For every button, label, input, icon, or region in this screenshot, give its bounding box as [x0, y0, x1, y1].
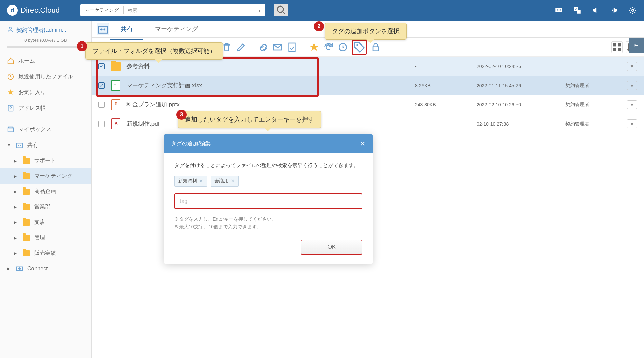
star-button[interactable] [309, 42, 320, 53]
nav-recent-label: 最近使用したファイル [18, 73, 73, 80]
nav-favorites-label: お気に入り [18, 89, 46, 96]
mail-icon[interactable] [272, 42, 283, 53]
svg-point-14 [10, 107, 12, 108]
row-menu-button[interactable]: ▼ [627, 62, 637, 71]
file-size: 8.26KB [415, 83, 477, 88]
request-icon[interactable] [286, 42, 297, 53]
collapse-panel-button[interactable]: ⇤ [629, 38, 644, 53]
svg-point-22 [100, 28, 103, 30]
file-row[interactable]: 新規制作.pdf 02-10 10:27:38 契約管理者 ▼ [92, 114, 644, 133]
row-checkbox[interactable] [98, 102, 105, 108]
tab-breadcrumb[interactable]: マーケティング [145, 22, 208, 36]
modal-footer: OK [164, 240, 373, 264]
caret-right-icon: ▶ [14, 205, 18, 209]
user-name[interactable]: 契約管理者(admini... [7, 26, 84, 34]
svg-rect-38 [613, 48, 616, 51]
modal-title: タグの追加/編集 [171, 140, 211, 148]
xlsx-icon [111, 80, 121, 91]
nav-connect[interactable]: ▶ Connect [0, 261, 91, 277]
row-checkbox[interactable]: ✓ [98, 63, 105, 69]
nav-list: ホーム 最近使用したファイル お気に入り アドレス帳 マイボックス [0, 50, 91, 279]
brand-text: DirectCloud [21, 6, 60, 15]
modal-close-button[interactable]: ✕ [360, 140, 366, 148]
nav-folder-branch[interactable]: ▶ 支店 [0, 215, 91, 230]
nav-folder-salesrec[interactable]: ▶ 販売実績 [0, 245, 91, 261]
file-name: 参考資料 [126, 62, 415, 70]
search-scope[interactable]: マーケティング [80, 6, 124, 14]
caret-right-icon: ▶ [14, 220, 18, 225]
file-list: ✓ 参考資料 - 2022-02-10 10:24:26 ▼ ✓ マーケティング… [92, 57, 644, 133]
folder-icon [23, 235, 30, 241]
chat-icon[interactable] [554, 6, 563, 15]
settings-icon[interactable] [628, 6, 637, 15]
folder-label: 管理 [34, 234, 45, 241]
nav-folder-sales[interactable]: ▶ 営業部 [0, 199, 91, 215]
nav-mybox-label: マイボックス [18, 126, 51, 133]
nav-addressbook[interactable]: アドレス帳 [0, 100, 91, 116]
file-row[interactable]: ✓ 参考資料 - 2022-02-10 10:24:26 ▼ [92, 57, 644, 76]
translate-icon[interactable]: A [573, 6, 582, 15]
nav-home[interactable]: ホーム [0, 53, 91, 69]
ok-button[interactable]: OK [301, 240, 362, 255]
star-icon [7, 89, 14, 96]
tag-modal: タグの追加/編集 ✕ タグを付けることによってファイルの整理や検索を素早く行うこ… [164, 134, 373, 264]
row-checkbox[interactable] [98, 121, 105, 127]
folder-icon [23, 219, 30, 226]
notify-icon[interactable] [610, 6, 619, 15]
remove-tag-icon[interactable]: ✕ [231, 178, 235, 184]
file-name: マーケティング実行計画.xlsx [126, 81, 415, 89]
search-dropdown-icon[interactable]: ▾ [255, 8, 265, 13]
search-input[interactable] [124, 8, 255, 13]
tag-input[interactable] [174, 193, 362, 209]
svg-point-3 [557, 9, 558, 10]
home-icon [7, 57, 14, 65]
svg-point-34 [356, 44, 358, 46]
file-row[interactable]: 料金プラン追加.pptx 243.30KB 2022-02-10 10:26:5… [92, 95, 644, 114]
link-icon[interactable] [258, 42, 269, 53]
folder-label: 営業部 [34, 203, 51, 210]
row-menu-button[interactable]: ▼ [627, 100, 637, 109]
nav-shared[interactable]: ▼ 共有 [0, 137, 91, 153]
nav-favorites[interactable]: お気に入り [0, 85, 91, 100]
nav-folder-admin[interactable]: ▶ 管理 [0, 230, 91, 245]
row-checkbox[interactable]: ✓ [98, 82, 105, 89]
nav-folder-marketing[interactable]: ▶ マーケティング [0, 168, 91, 184]
remove-tag-icon[interactable]: ✕ [199, 178, 203, 184]
callout-3: 追加したいタグを入力してエンターキーを押す [178, 111, 321, 128]
refresh-icon[interactable] [323, 42, 334, 53]
svg-rect-7 [577, 10, 581, 14]
nav-folder-product[interactable]: ▶ 商品企画 [0, 184, 91, 199]
modal-body: タグを付けることによってファイルの整理や検索を素早く行うことができます。 新規資… [164, 153, 373, 240]
svg-text:A: A [575, 7, 577, 11]
announce-icon[interactable] [591, 6, 600, 15]
nav-shared-label: 共有 [27, 142, 38, 149]
svg-line-1 [283, 12, 285, 15]
grid-view-button[interactable] [611, 41, 623, 53]
history-icon[interactable] [337, 42, 348, 53]
file-row[interactable]: ✓ マーケティング実行計画.xlsx 8.26KB 2022-01-11 15:… [92, 76, 644, 95]
tab-icon[interactable] [97, 23, 109, 35]
clock-icon [7, 73, 14, 80]
file-size: 243.30KB [415, 102, 477, 107]
caret-down-icon: ▼ [7, 143, 12, 148]
edit-icon[interactable] [236, 42, 246, 53]
row-menu-button[interactable]: ▼ [627, 119, 637, 128]
tag-chip[interactable]: 会議用✕ [211, 176, 239, 187]
svg-point-5 [560, 9, 561, 10]
user-display-text: 契約管理者(admini... [16, 27, 66, 34]
tag-button[interactable] [352, 40, 367, 55]
storage-info: 0 bytes (0.0%) / 1 GB [7, 38, 84, 43]
search-bar: マーケティング ▾ [80, 4, 265, 16]
tab-shared[interactable]: 共有 [110, 22, 143, 36]
search-button[interactable] [274, 4, 288, 16]
nav-recent[interactable]: 最近使用したファイル [0, 69, 91, 85]
nav-folder-support[interactable]: ▶ サポート [0, 153, 91, 168]
nav-mybox[interactable]: マイボックス [0, 122, 91, 137]
row-menu-button[interactable]: ▼ [627, 81, 637, 90]
nav-home-label: ホーム [18, 57, 35, 65]
connect-icon [16, 265, 23, 272]
callout-badge-3: 3 [176, 110, 187, 120]
tag-chip[interactable]: 新規資料✕ [174, 176, 207, 187]
folder-label: 販売実績 [34, 250, 56, 257]
header-actions: A [554, 6, 637, 15]
